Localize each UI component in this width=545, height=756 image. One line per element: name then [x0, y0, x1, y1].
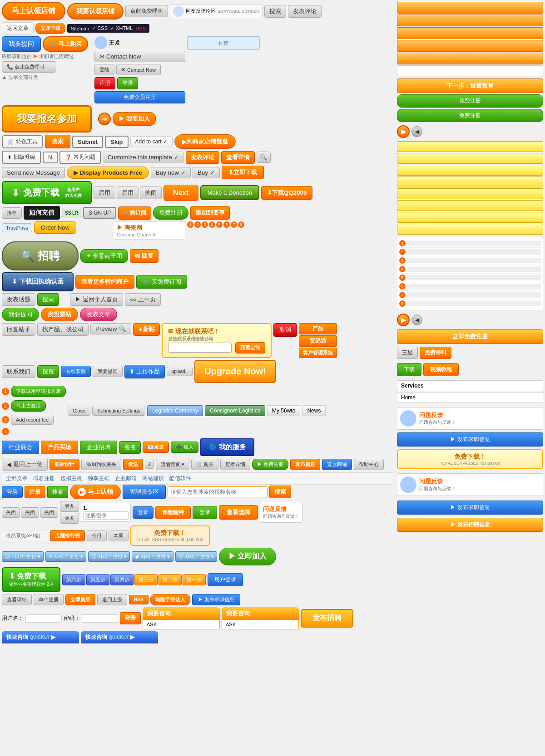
crm-button[interactable]: 客户管理系统: [299, 348, 337, 358]
products-market-button[interactable]: 产品买场: [41, 441, 78, 454]
reply-button[interactable]: ✉ 回复: [130, 249, 159, 263]
join-button2[interactable]: ➕ 加入: [171, 442, 198, 453]
send-message-button[interactable]: Send new Message: [2, 167, 65, 178]
reply-post-button[interactable]: 回复帖子: [2, 323, 35, 336]
video-tutorial-button[interactable]: 视频教程: [423, 363, 459, 376]
go-back-button[interactable]: ◀ 返回上一侧: [2, 458, 48, 471]
return-upper-button[interactable]: 返回上级: [97, 594, 127, 605]
send-button2[interactable]: 📧 发送: [143, 442, 169, 453]
claim-store-button[interactable]: 马上认领店铺: [2, 2, 65, 20]
enable-button1[interactable]: 启用: [94, 187, 115, 199]
search-button2[interactable]: 搜索: [45, 135, 70, 148]
ask-question-button2[interactable]: 我要提问: [2, 308, 39, 321]
close-btn2[interactable]: 关闭: [21, 507, 39, 518]
free-call-button3[interactable]: 免费呼叫: [420, 347, 451, 359]
signup-event-button[interactable]: 我要报名参加: [2, 105, 92, 133]
download-now-button[interactable]: ⬇ 立即下载: [222, 166, 264, 179]
cool-software-link[interactable]: 酷信软件: [169, 475, 191, 482]
orange-bar-5[interactable]: [397, 53, 543, 64]
post-topic-button[interactable]: 发表话题: [2, 293, 35, 306]
site-security-1[interactable]: ◎ 사이트보안 ▾: [2, 551, 44, 562]
publish-jobsearch-button[interactable]: ▶ 发布求职信息: [397, 501, 543, 515]
free-register-btn2[interactable]: ▶ 免费注册: [252, 459, 288, 470]
play-button2[interactable]: ▶: [397, 314, 410, 326]
n-button[interactable]: N: [43, 152, 58, 163]
logistics-company-tab[interactable]: Logistics Company: [147, 405, 203, 416]
recruitment-button[interactable]: 🔍 招聘: [2, 241, 79, 270]
consult-title-1[interactable]: 我要咨询: [143, 607, 220, 620]
find-product-button[interactable]: 找产品、找公司: [37, 323, 89, 336]
publish-job-right[interactable]: ▶ 发布求职信息: [397, 432, 543, 447]
creative-team-button[interactable]: ✦ 创意点子团: [80, 249, 129, 263]
my-services-button[interactable]: 🔵 我的服务: [200, 438, 254, 456]
purchase-button[interactable]: 🛒 购买: [191, 459, 218, 470]
three-star-button[interactable]: 三星: [397, 347, 418, 359]
free-call-button1[interactable]: 点此免费呼叫: [125, 5, 168, 17]
subscribe-button[interactable]: 🛒 购订阅: [118, 206, 151, 220]
video-search-input[interactable]: [168, 486, 268, 497]
site-security-2[interactable]: ✕ 사이트보안 ▾: [45, 551, 86, 562]
display-products-button[interactable]: ▶ Display Products Free: [67, 167, 149, 179]
upload-work-button[interactable]: ⬆ 上传作品: [124, 365, 165, 378]
close-btn1[interactable]: 关闭: [2, 507, 20, 518]
more-btn1[interactable]: 更多: [60, 501, 79, 512]
search-button-top[interactable]: 搜索: [264, 5, 286, 18]
domain-link[interactable]: 域名注册: [33, 475, 55, 482]
insurance-button[interactable]: 保险险种: [155, 506, 191, 519]
today-tab[interactable]: 今日: [87, 530, 107, 541]
yellow-bar-2[interactable]: [397, 153, 543, 164]
virtual-host-link[interactable]: 虚拟主机: [60, 475, 82, 482]
login-submit-button[interactable]: 登录: [120, 612, 141, 624]
submit-button[interactable]: Submit: [72, 136, 103, 148]
immediate-free-register-button[interactable]: 立即免费注册: [397, 329, 543, 344]
recommend-button[interactable]: 推荐: [2, 207, 22, 219]
thisweek-tab[interactable]: 本周: [109, 530, 129, 541]
site-security-3[interactable]: ◎ 사이트보안 ▾: [88, 551, 130, 562]
add-to-cart-button[interactable]: Add to cart ✓: [130, 136, 173, 147]
download-qq-button[interactable]: ⬇ 下载QQ2009: [261, 186, 312, 200]
right-free-register-1[interactable]: 免费注册: [397, 94, 543, 108]
yellow-bar-5[interactable]: [397, 188, 543, 199]
view-detail-btn2[interactable]: 查看详细: [2, 594, 32, 605]
return-article-button[interactable]: 返回文章: [2, 22, 34, 34]
post-comment-button[interactable]: 发表评论: [186, 151, 219, 164]
single-register-button[interactable]: 单个注册: [34, 594, 64, 605]
website-build-link[interactable]: 网站建设: [142, 475, 164, 482]
view-detail-button[interactable]: 查看详细: [220, 459, 250, 470]
contact-now-button1[interactable]: ✉ Contact Now: [94, 51, 185, 62]
donation-button[interactable]: Make a Donation: [200, 185, 259, 200]
search-btn6[interactable]: 搜索: [47, 486, 68, 498]
ask-question-button[interactable]: 我要提问: [2, 36, 41, 52]
publish-job-button2[interactable]: ▶ 发布求职信息: [192, 594, 240, 605]
add-record-button[interactable]: Add record fee: [11, 415, 54, 425]
step6-button[interactable]: 第六步: [62, 574, 85, 585]
more-merchants-button[interactable]: 查看更多特约商户: [75, 275, 134, 289]
free-download-software-btn[interactable]: ⬇ 免费下载 销售业务管理软件 2.4: [2, 567, 60, 592]
want-customize-button[interactable]: 我要定制: [235, 342, 265, 353]
right-free-register-2[interactable]: 免费注册: [397, 109, 543, 122]
admin-area-button[interactable]: 管理员专区: [123, 485, 166, 499]
disable-button[interactable]: 关闭: [140, 187, 162, 199]
login-btn4[interactable]: 登录: [133, 506, 154, 519]
more-btn2[interactable]: 更多: [60, 513, 79, 524]
upgrade-now-button[interactable]: Upgrade Now!: [194, 360, 276, 383]
popular-ranking-button[interactable]: 点踊排行榜: [50, 530, 85, 541]
enterprise-mail-link[interactable]: 企业邮箱: [115, 475, 137, 482]
step5-button[interactable]: 第五步: [86, 574, 109, 585]
free-call-button2[interactable]: 📞 点此免费呼叫: [2, 61, 56, 73]
feature-tools-button[interactable]: 🛒 特色工具: [2, 135, 43, 148]
vote-post-button[interactable]: 发投票帖: [41, 308, 78, 321]
new-post-button[interactable]: ✦ 新帖: [133, 323, 160, 336]
download-trial-button[interactable]: 下载试用申请报名表: [11, 386, 66, 397]
direct-shop-button[interactable]: 直达商铺: [322, 459, 352, 470]
consignors-tab[interactable]: Consignors Logistics: [205, 405, 265, 416]
customize-template-button[interactable]: Customize this template ✓: [103, 152, 184, 163]
industry-expo-button[interactable]: 行业展会: [2, 441, 39, 454]
publish-info-button[interactable]: 发布信息: [290, 459, 320, 470]
step1-button[interactable]: 第一步: [183, 574, 206, 585]
step4-button[interactable]: 第四步: [110, 574, 134, 585]
online-service-button[interactable]: 在线客服: [61, 366, 91, 377]
enterprise-recruit-button[interactable]: 企业招聘: [80, 441, 117, 454]
search-button3[interactable]: 搜索: [37, 293, 59, 306]
user-login-button[interactable]: 用户登录: [208, 573, 243, 586]
